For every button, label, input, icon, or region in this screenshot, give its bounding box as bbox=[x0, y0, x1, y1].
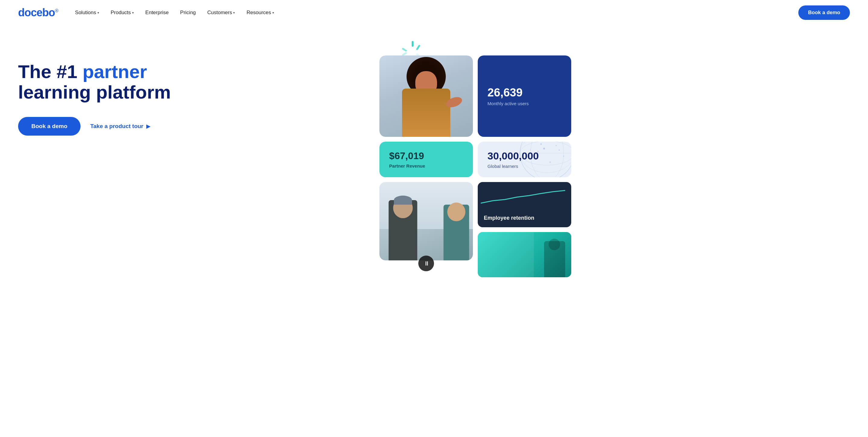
card-photo-woman bbox=[379, 56, 473, 137]
tour-label: Take a product tour bbox=[90, 123, 143, 130]
navbar: docebo® Solutions ▾ Products ▾ Enterpris… bbox=[0, 0, 868, 25]
monthly-users-number: 26,639 bbox=[487, 86, 562, 99]
hero-left: The #1 partner learning platform Book a … bbox=[18, 37, 367, 136]
employee-retention-label: Employee retention bbox=[484, 215, 565, 221]
card-employee-retention: Employee retention bbox=[478, 182, 571, 227]
logo[interactable]: docebo® bbox=[18, 6, 58, 19]
nav-item-resources[interactable]: Resources ▾ bbox=[242, 7, 279, 18]
hero-section: The #1 partner learning platform Book a … bbox=[0, 25, 868, 277]
logo-trademark: ® bbox=[55, 8, 58, 13]
partner-revenue-number: $67,019 bbox=[389, 150, 463, 162]
monthly-users-label: Monthly active users bbox=[487, 101, 562, 106]
chevron-down-icon: ▾ bbox=[233, 11, 235, 15]
logo-text: docebo bbox=[18, 6, 55, 19]
hero-book-demo-button[interactable]: Book a demo bbox=[18, 117, 81, 136]
pause-button[interactable]: ⏸ bbox=[418, 256, 434, 271]
svg-point-16 bbox=[543, 148, 545, 149]
svg-line-2 bbox=[417, 46, 419, 49]
heading-line2: learning platform bbox=[18, 82, 171, 102]
hero-buttons: Book a demo Take a product tour ▶ bbox=[18, 117, 367, 136]
nav-item-solutions[interactable]: Solutions ▾ bbox=[70, 7, 104, 18]
nav-label-resources: Resources bbox=[246, 10, 271, 16]
pause-icon: ⏸ bbox=[424, 260, 429, 267]
nav-label-customers: Customers bbox=[207, 10, 232, 16]
photo-couple-container: ⏸ bbox=[379, 182, 473, 277]
nav-label-enterprise: Enterprise bbox=[145, 10, 168, 16]
card-photo-statue bbox=[478, 232, 571, 277]
svg-point-11 bbox=[540, 143, 542, 145]
nav-item-products[interactable]: Products ▾ bbox=[106, 7, 139, 18]
global-learners-label: Global learners bbox=[487, 164, 562, 169]
nav-item-enterprise[interactable]: Enterprise bbox=[141, 7, 174, 18]
small-cards-column: Employee retention bbox=[478, 182, 571, 277]
nav-links: Solutions ▾ Products ▾ Enterprise Pricin… bbox=[70, 7, 798, 18]
nav-item-pricing[interactable]: Pricing bbox=[175, 7, 200, 18]
svg-point-17 bbox=[556, 145, 557, 146]
retention-chart bbox=[481, 188, 565, 206]
svg-line-3 bbox=[403, 53, 406, 55]
card-stat-monthly-users: 26,639 Monthly active users bbox=[478, 56, 571, 137]
chevron-down-icon: ▾ bbox=[132, 11, 134, 15]
hero-heading: The #1 partner learning platform bbox=[18, 62, 367, 102]
heading-partner: partner bbox=[83, 61, 147, 82]
card-stat-partner-revenue: $67,019 Partner Revenue bbox=[379, 142, 473, 177]
nav-label-products: Products bbox=[111, 10, 131, 16]
card-stat-global-learners: 30,000,000 Global learners bbox=[478, 142, 571, 177]
chevron-down-icon: ▾ bbox=[97, 11, 99, 15]
global-learners-number: 30,000,000 bbox=[487, 150, 562, 162]
nav-item-customers[interactable]: Customers ▾ bbox=[203, 7, 240, 18]
nav-book-demo-button[interactable]: Book a demo bbox=[798, 5, 850, 20]
chevron-down-icon: ▾ bbox=[272, 11, 274, 15]
nav-label-pricing: Pricing bbox=[180, 10, 196, 16]
partner-revenue-label: Partner Revenue bbox=[389, 163, 463, 168]
hero-right: 26,639 Monthly active users $67,019 Part… bbox=[367, 37, 850, 277]
nav-label-solutions: Solutions bbox=[75, 10, 96, 16]
heading-the-1: The #1 bbox=[18, 61, 77, 82]
svg-point-19 bbox=[563, 156, 564, 157]
cards-area: 26,639 Monthly active users $67,019 Part… bbox=[379, 56, 571, 277]
hero-tour-button[interactable]: Take a product tour ▶ bbox=[90, 123, 150, 130]
card-photo-couple bbox=[379, 182, 473, 260]
play-icon: ▶ bbox=[146, 123, 150, 130]
svg-line-4 bbox=[403, 49, 406, 51]
